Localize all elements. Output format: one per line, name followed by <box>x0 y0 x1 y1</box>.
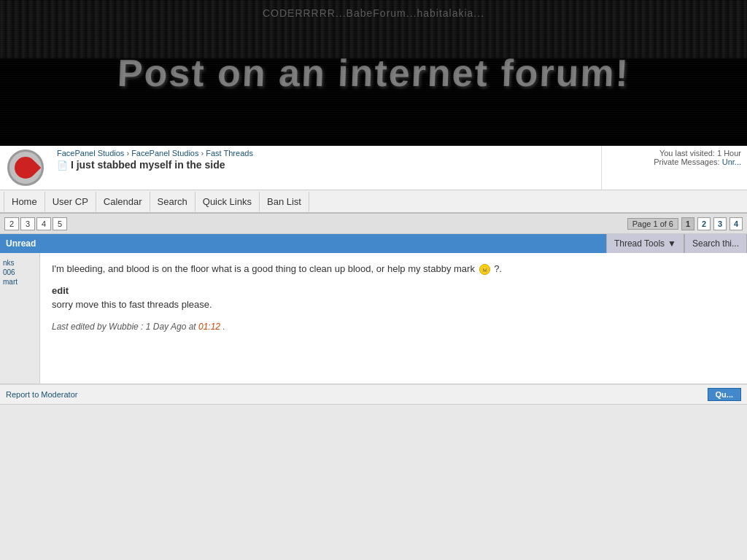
toolbar-right: Thread Tools ▼ Search thi... <box>606 234 747 253</box>
edit-label: edit <box>52 285 735 296</box>
post-content: I'm bleeding, and blood is on the floor … <box>40 253 747 384</box>
pagination-left: 2 3 4 5 <box>4 217 67 230</box>
banner: CODERRRRR...BabeForum...habitalakia... P… <box>0 0 747 146</box>
nav-quicklinks[interactable]: Quick Links <box>196 192 260 211</box>
search-this-label: Search thi... <box>692 238 739 249</box>
header-row: FacePanel Studios › FacePanel Studios › … <box>0 146 747 190</box>
nav-home[interactable]: Home <box>4 192 45 211</box>
nav-banlist[interactable]: Ban List <box>260 192 309 211</box>
thread-tools-label: Thread Tools <box>614 238 665 249</box>
pm-label: Private Messages: <box>654 158 722 166</box>
sidebar-link-3[interactable]: mart <box>3 278 36 286</box>
last-visited: You last visited: 1 Hour <box>608 149 741 158</box>
edit-text: sorry move this to fast threads please. <box>52 299 212 310</box>
post-edit-section: edit sorry move this to fast threads ple… <box>52 285 735 310</box>
nav-bar: Home User CP Calendar Search Quick Links… <box>0 190 747 214</box>
post-edit-note: Last edited by Wubbie : 1 Day Ago at 01:… <box>52 322 735 332</box>
breadcrumb: FacePanel Studios › FacePanel Studios › … <box>57 149 595 158</box>
nav-calendar[interactable]: Calendar <box>96 192 150 211</box>
breadcrumb-item-2[interactable]: FacePanel Studios <box>131 149 198 158</box>
banner-main-text: Post on an internet forum! <box>117 51 630 95</box>
nav-search[interactable]: Search <box>150 192 196 211</box>
pm-link[interactable]: Unr... <box>722 158 741 166</box>
nav-usercp[interactable]: User CP <box>45 192 96 211</box>
logo-icon <box>10 152 41 183</box>
page-4-link[interactable]: 4 <box>729 217 743 230</box>
edit-end: . <box>222 322 225 332</box>
thread-title: 📄 I just stabbed myself in the side <box>57 159 595 171</box>
sidebar-link-2[interactable]: 006 <box>3 268 36 276</box>
quote-button[interactable]: Qu... <box>708 388 741 401</box>
page-2[interactable]: 2 <box>4 217 19 230</box>
page-4[interactable]: 4 <box>36 217 51 230</box>
post-sidebar: nks 006 mart <box>0 253 40 384</box>
search-this-button[interactable]: Search thi... <box>684 234 747 253</box>
site-logo <box>7 149 44 186</box>
forum-wrapper: FacePanel Studios › FacePanel Studios › … <box>0 146 747 560</box>
thread-tools-arrow: ▼ <box>667 238 676 249</box>
page-3[interactable]: 3 <box>20 217 35 230</box>
page-of-total: Page 1 of 6 <box>627 218 678 230</box>
thread-icon: 📄 <box>57 160 68 171</box>
post-container: nks 006 mart I'm bleeding, and blood is … <box>0 253 747 384</box>
thread-toolbar: Unread Thread Tools ▼ Search thi... <box>0 234 747 253</box>
edit-time-link[interactable]: 01:12 <box>198 322 220 332</box>
user-status: You last visited: 1 Hour Private Message… <box>601 146 747 190</box>
smiley-icon: 😐 <box>479 264 490 275</box>
banner-small-text: CODERRRRR...BabeForum...habitalakia... <box>263 7 484 19</box>
sidebar-link-1[interactable]: nks <box>3 259 36 267</box>
pagination-right: Page 1 of 6 1 2 3 4 <box>627 217 743 230</box>
top-info: FacePanel Studios › FacePanel Studios › … <box>51 146 601 190</box>
page-2-link[interactable]: 2 <box>697 217 711 230</box>
thread-tools-button[interactable]: Thread Tools ▼ <box>606 234 684 253</box>
pagination-bar: 2 3 4 5 Page 1 of 6 1 2 3 4 <box>0 214 747 234</box>
page-3-link[interactable]: 3 <box>713 217 727 230</box>
thread-title-text: I just stabbed myself in the side <box>71 159 225 171</box>
page-1-link[interactable]: 1 <box>681 217 694 230</box>
unread-label: Unread <box>0 238 42 249</box>
logo-area <box>0 146 51 190</box>
breadcrumb-item-1[interactable]: FacePanel Studios <box>57 149 124 158</box>
post-body: I'm bleeding, and blood is on the floor … <box>52 263 475 274</box>
breadcrumb-item-3[interactable]: Fast Threads <box>206 149 253 158</box>
private-messages: Private Messages: Unr... <box>608 158 741 166</box>
page-5[interactable]: 5 <box>53 217 67 230</box>
post-text: I'm bleeding, and blood is on the floor … <box>52 262 735 276</box>
post-after-smiley: ?. <box>494 263 502 274</box>
report-to-moderator-link[interactable]: Report to Moderator <box>6 390 77 399</box>
last-edited-text: Last edited by Wubbie : 1 Day Ago at <box>52 322 196 332</box>
post-footer: Report to Moderator Qu... <box>0 384 747 405</box>
